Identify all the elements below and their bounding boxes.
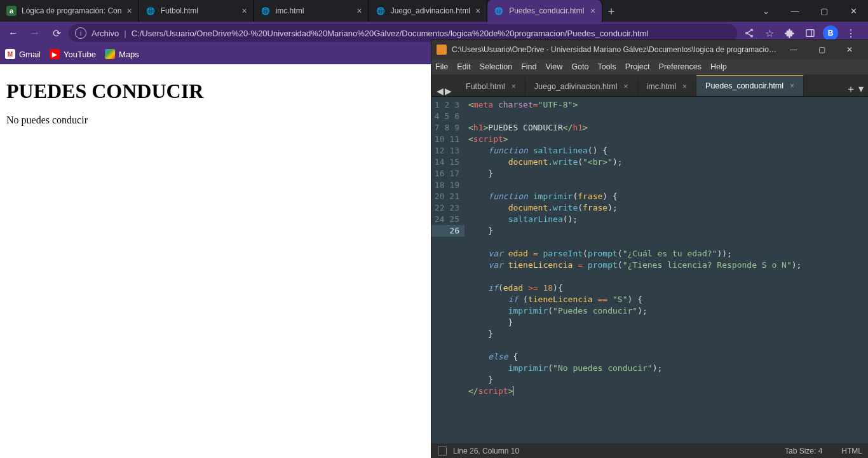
editor-tab[interactable]: imc.html× [638,77,697,96]
editor-tab-label: Futbol.html [466,82,505,91]
menu-file[interactable]: File [435,62,448,71]
gmail-icon: M [5,49,15,59]
close-icon[interactable]: × [790,81,794,90]
status-indicator-icon[interactable] [438,447,447,455]
tab-scroll-left-icon[interactable]: ◀ [437,86,444,96]
bookmark-label: Gmail [19,50,41,59]
menu-project[interactable]: Project [625,62,650,71]
bookmark-youtube[interactable]: ▶ YouTube [50,49,96,59]
svg-rect-3 [806,30,814,37]
tab-label: Lógica de programación: Con [22,6,121,15]
favicon-letter: a [6,6,17,16]
editor-tab-label: Puedes_conducir.html [705,81,783,90]
sublime-tabbar: ◀ ▶ Futbol.html× Juego_adivinacion.html×… [431,74,868,97]
maps-icon [105,49,115,59]
site-info-icon[interactable]: i [75,27,86,39]
sublime-title: C:\Users\Usuario\OneDrive - Universidad … [452,45,780,54]
url-scheme-label: Archivo [92,29,119,38]
editor-tab-active[interactable]: Puedes_conducir.html× [696,75,804,96]
maximize-button[interactable]: ▢ [808,40,836,59]
svg-point-2 [751,35,753,37]
caret-down-icon[interactable]: ⌄ [751,0,780,22]
globe-icon: 🌐 [494,6,504,16]
menu-find[interactable]: Find [521,62,536,71]
bookmark-label: YouTube [64,50,96,59]
editor-tab-label: Juego_adivinacion.html [534,82,618,91]
editor-tab[interactable]: Juego_adivinacion.html× [526,77,638,96]
maximize-button[interactable]: ▢ [810,0,839,22]
menu-help[interactable]: Help [710,62,727,71]
bookmark-label: Maps [119,50,139,59]
browser-tab-active[interactable]: 🌐 Puedes_conducir.html × [487,0,602,22]
editor-new-tab[interactable]: ＋ ▾ [841,83,868,96]
status-cursor: Line 26, Column 10 [453,447,519,455]
tab-label: Puedes_conducir.html [509,6,585,15]
status-tabsize[interactable]: Tab Size: 4 [785,447,822,455]
bookmark-gmail[interactable]: M Gmail [5,49,41,59]
menu-preferences[interactable]: Preferences [659,62,702,71]
window-controls: ⌄ ― ▢ ✕ [751,0,868,22]
close-icon[interactable]: × [475,6,480,16]
avatar-letter: B [823,25,838,41]
tab-label: imc.html [276,6,352,15]
minimize-button[interactable]: ― [780,40,808,59]
globe-icon: 🌐 [261,6,271,16]
minimap[interactable] [824,97,868,443]
new-tab-button[interactable]: ＋ [602,3,620,18]
sublime-menubar: File Edit Selection Find View Goto Tools… [431,59,868,74]
browser-tab[interactable]: 🌐 Futbol.html × [139,0,254,22]
menu-edit[interactable]: Edit [457,62,471,71]
close-icon[interactable]: × [512,82,516,91]
svg-point-1 [746,32,748,34]
globe-icon: 🌐 [146,6,156,16]
close-button[interactable]: ✕ [836,40,864,59]
menu-selection[interactable]: Selection [480,62,512,71]
close-button[interactable]: ✕ [839,0,868,22]
editor-body[interactable]: 1 2 3 4 5 6 7 8 9 10 11 12 13 14 15 16 1… [431,97,868,443]
close-icon[interactable]: × [590,6,595,16]
youtube-icon: ▶ [50,49,60,59]
line-gutter: 1 2 3 4 5 6 7 8 9 10 11 12 13 14 15 16 1… [431,97,465,443]
back-button[interactable]: ← [4,24,23,43]
editor-tab[interactable]: Futbol.html× [457,77,526,96]
code-area[interactable]: <meta charset="UTF-8"> <h1>PUEDES CONDUC… [465,97,824,443]
sublime-statusbar: Line 26, Column 10 Tab Size: 4 HTML [431,443,868,458]
status-language[interactable]: HTML [841,447,862,455]
sublime-logo-icon [437,45,447,55]
sublime-window[interactable]: C:\Users\Usuario\OneDrive - Universidad … [431,39,868,458]
close-icon[interactable]: × [356,6,362,16]
sublime-titlebar[interactable]: C:\Users\Usuario\OneDrive - Universidad … [431,40,868,59]
menu-view[interactable]: View [545,62,562,71]
tab-label: Futbol.html [161,6,237,15]
minimize-button[interactable]: ― [780,0,810,22]
tab-scroll-right-icon[interactable]: ▶ [445,86,452,96]
menu-goto[interactable]: Goto [571,62,588,71]
close-icon[interactable]: × [624,82,628,91]
url-text: C:/Users/Usuario/OneDrive%20-%20Universi… [132,29,649,38]
editor-tab-label: imc.html [647,82,677,91]
browser-tab[interactable]: 🌐 imc.html × [254,0,369,22]
tab-label: Juego_adivinacion.html [391,6,470,15]
bookmark-maps[interactable]: Maps [105,49,139,59]
browser-titlebar: a Lógica de programación: Con × 🌐 Futbol… [0,0,868,22]
globe-icon: 🌐 [376,6,386,16]
close-icon[interactable]: × [682,82,687,91]
close-icon[interactable]: × [126,6,132,16]
close-icon[interactable]: × [241,6,247,16]
browser-tab[interactable]: a Lógica de programación: Con × [0,0,139,22]
reload-button[interactable]: ⟳ [47,24,66,43]
menu-tools[interactable]: Tools [597,62,616,71]
forward-button[interactable]: → [25,24,44,43]
browser-tab[interactable]: 🌐 Juego_adivinacion.html × [369,0,488,22]
svg-point-0 [751,29,753,31]
